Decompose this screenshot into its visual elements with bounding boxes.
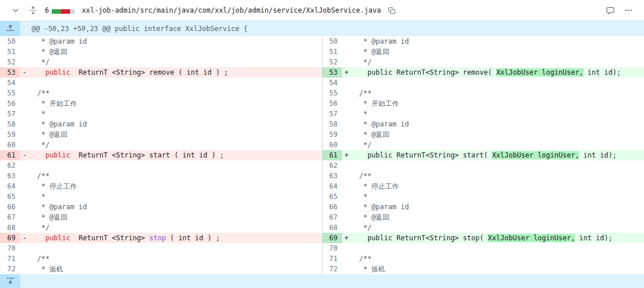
line-number-new[interactable]: 54 [322, 78, 342, 88]
code-segment: * @param id [351, 203, 409, 211]
line-number-old[interactable]: 58 [0, 119, 20, 129]
code-segment: */ [29, 141, 49, 149]
code-line-old: * 开始工作 [29, 98, 322, 109]
code-segment: */ [351, 224, 371, 232]
new-side: 62 [322, 160, 644, 171]
line-number-new[interactable]: 66 [322, 202, 342, 212]
code-line-new: * @返回 [351, 212, 644, 222]
line-number-new[interactable]: 68 [322, 222, 342, 233]
code-segment: * [29, 193, 45, 201]
diff-marker-new [342, 88, 351, 98]
code-line-new: /** [351, 88, 644, 98]
expand-up-button[interactable] [0, 21, 20, 36]
line-number-old[interactable]: 61 [0, 150, 20, 160]
line-number-old[interactable]: 62 [0, 160, 20, 171]
expand-all-button[interactable] [26, 4, 39, 17]
line-number-new[interactable]: 71 [322, 254, 342, 264]
new-side: 65 * [322, 191, 644, 202]
diff-row: 50 * @param id50 * @param id [0, 36, 644, 47]
line-number-new[interactable]: 56 [322, 98, 342, 109]
diff-marker-old [20, 78, 29, 88]
line-number-old[interactable]: 53 [0, 67, 20, 78]
line-number-old[interactable]: 59 [0, 129, 20, 140]
code-line-old: /** [29, 88, 322, 98]
collapse-file-button[interactable] [9, 4, 22, 17]
line-number-old[interactable]: 69 [0, 233, 20, 243]
diff-row: 60 */60 */ [0, 140, 644, 150]
line-number-old[interactable]: 51 [0, 47, 20, 57]
code-segment: int id); [575, 234, 612, 242]
new-side: 59 * @返回 [322, 129, 644, 140]
code-segment: /** [351, 255, 371, 263]
diff-row: 6262 [0, 160, 644, 171]
line-number-old[interactable]: 66 [0, 202, 20, 212]
line-number-new[interactable]: 58 [322, 119, 342, 129]
line-number-new[interactable]: 59 [322, 129, 342, 140]
line-number-old[interactable]: 63 [0, 171, 20, 181]
line-number-old[interactable]: 68 [0, 222, 20, 233]
new-side: 67 * @返回 [322, 212, 644, 222]
old-side: 53- public ReturnT <String> remove ( int… [0, 67, 322, 78]
line-number-new[interactable]: 50 [322, 36, 342, 47]
line-number-old[interactable]: 52 [0, 57, 20, 67]
line-number-old[interactable]: 67 [0, 212, 20, 222]
diff-row: 5454 [0, 78, 644, 88]
line-number-new[interactable]: 60 [322, 140, 342, 150]
code-line-new: * @返回 [351, 47, 644, 57]
line-number-new[interactable]: 57 [322, 109, 342, 119]
line-number-old[interactable]: 50 [0, 36, 20, 47]
new-side: 51 * @返回 [322, 47, 644, 57]
diff-marker-new [342, 264, 351, 274]
new-side: 70 [322, 243, 644, 254]
line-number-old[interactable]: 70 [0, 243, 20, 254]
diff-marker-new [342, 140, 351, 150]
code-line-new: * @param id [351, 119, 644, 129]
line-number-old[interactable]: 56 [0, 98, 20, 109]
code-segment: int id); [579, 151, 616, 159]
line-number-old[interactable]: 71 [0, 254, 20, 264]
line-number-new[interactable]: 61 [322, 150, 342, 160]
new-side: 71 /** [322, 254, 644, 264]
expand-down-icon [6, 276, 14, 287]
line-number-new[interactable]: 52 [322, 57, 342, 67]
line-number-new[interactable]: 72 [322, 264, 342, 274]
code-segment: * 停止工作 [29, 182, 77, 190]
line-number-old[interactable]: 64 [0, 181, 20, 191]
diff-marker-old [20, 109, 29, 119]
line-number-new[interactable]: 69 [322, 233, 342, 243]
code-segment: /** [29, 89, 49, 97]
code-segment: * [351, 110, 367, 118]
old-side: 58 * @param id [0, 119, 322, 129]
line-number-new[interactable]: 53 [322, 67, 342, 78]
line-number-new[interactable]: 62 [322, 160, 342, 171]
line-number-new[interactable]: 51 [322, 47, 342, 57]
line-number-old[interactable]: 65 [0, 191, 20, 202]
line-number-old[interactable]: 72 [0, 264, 20, 274]
line-number-old[interactable]: 57 [0, 109, 20, 119]
code-segment: int id); [584, 68, 621, 76]
diff-row: 66 * @param id66 * @param id [0, 202, 644, 212]
line-number-new[interactable]: 64 [322, 181, 342, 191]
line-number-new[interactable]: 55 [322, 88, 342, 98]
line-number-old[interactable]: 54 [0, 78, 20, 88]
diff-marker-old [20, 212, 29, 222]
line-number-new[interactable]: 67 [322, 212, 342, 222]
old-side: 50 * @param id [0, 36, 322, 47]
diff-marker-new [342, 212, 351, 222]
copy-path-button[interactable] [385, 4, 398, 17]
file-options-button[interactable] [622, 4, 635, 17]
old-side: 63 /** [0, 171, 322, 181]
diff-marker-old [20, 181, 29, 191]
line-number-old[interactable]: 55 [0, 88, 20, 98]
code-segment: * @param id [351, 37, 409, 45]
line-number-new[interactable]: 70 [322, 243, 342, 254]
line-number-old[interactable]: 60 [0, 140, 20, 150]
diff-marker-new [342, 36, 351, 47]
line-number-new[interactable]: 63 [322, 171, 342, 181]
code-line-new: * 扳机 [351, 264, 644, 274]
code-segment: * 扳机 [351, 265, 385, 273]
expand-down-button[interactable] [0, 274, 20, 288]
comment-button[interactable] [604, 4, 616, 17]
code-line-new: * [351, 191, 644, 202]
line-number-new[interactable]: 65 [322, 191, 342, 202]
